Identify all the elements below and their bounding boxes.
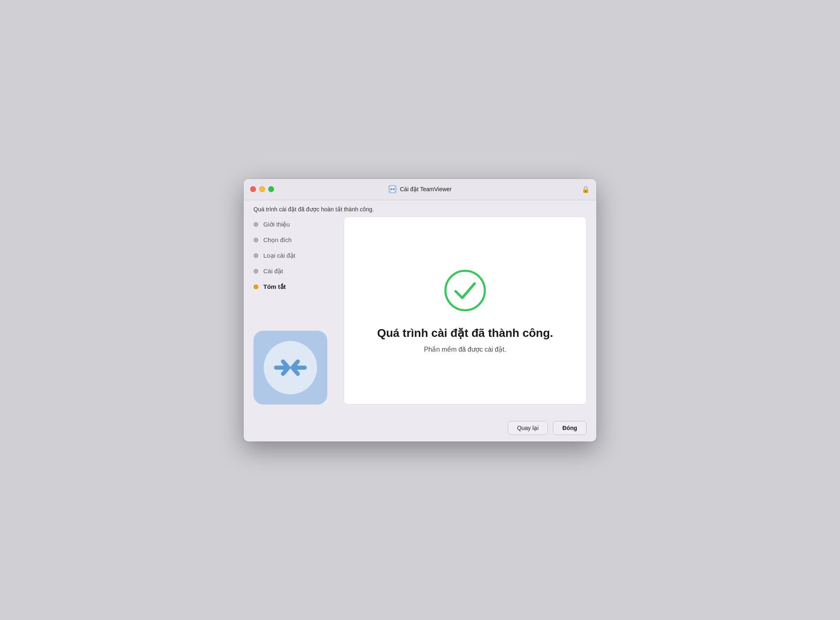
maximize-window-button[interactable] <box>268 186 274 192</box>
main-panel: Quá trình cài đặt đã thành công. Phần mề… <box>344 217 587 405</box>
step-dot-summary <box>253 284 258 289</box>
step-introduction: Giới thiệu <box>253 217 336 232</box>
step-dot-destination <box>253 238 258 243</box>
success-subtitle: Phần mềm đã được cài đặt. <box>424 345 506 353</box>
success-title: Quá trình cài đặt đã thành công. <box>377 326 553 340</box>
minimize-window-button[interactable] <box>259 186 265 192</box>
step-install-type: Loại cài đặt <box>253 248 336 263</box>
close-window-button[interactable] <box>250 186 256 192</box>
step-label-install-type: Loại cài đặt <box>263 252 295 259</box>
close-button[interactable]: Đóng <box>553 421 587 435</box>
step-dot-install-type <box>253 253 258 258</box>
status-text: Quá trình cài đặt đã được hoàn tất thành… <box>253 206 374 213</box>
status-bar: Quá trình cài đặt đã được hoàn tất thành… <box>244 200 596 217</box>
svg-point-3 <box>445 271 485 310</box>
back-button[interactable]: Quay lại <box>508 421 548 435</box>
step-label-introduction: Giới thiệu <box>263 221 290 228</box>
footer: Quay lại Đóng <box>244 414 596 442</box>
steps-list: Giới thiệu Chọn đích Loại cài đặt Cài đặ… <box>253 217 336 324</box>
teamviewer-logo-svg <box>262 339 319 396</box>
content-area: Giới thiệu Chọn đích Loại cài đặt Cài đặ… <box>244 217 596 414</box>
sidebar: Giới thiệu Chọn đích Loại cài đặt Cài đặ… <box>253 217 336 405</box>
teamviewer-logo <box>253 331 327 405</box>
lock-icon: 🔒 <box>582 185 590 193</box>
window-title: Cài đặt TeamViewer <box>400 186 452 192</box>
titlebar-app-icon <box>388 185 397 193</box>
window-controls <box>250 186 274 192</box>
titlebar: Cài đặt TeamViewer 🔒 <box>244 179 596 200</box>
installer-window: Cài đặt TeamViewer 🔒 Quá trình cài đặt đ… <box>244 179 596 442</box>
step-label-summary: Tóm tắt <box>263 283 286 291</box>
step-summary: Tóm tắt <box>253 279 336 295</box>
titlebar-center: Cài đặt TeamViewer <box>388 185 452 193</box>
step-install: Cài đặt <box>253 263 336 279</box>
step-dot-introduction <box>253 222 258 227</box>
step-label-install: Cài đặt <box>263 268 283 275</box>
success-checkmark-svg <box>443 268 488 313</box>
step-label-destination: Chọn đích <box>263 236 292 244</box>
step-dot-install <box>253 269 258 274</box>
success-icon <box>443 268 488 315</box>
step-destination: Chọn đích <box>253 232 336 248</box>
